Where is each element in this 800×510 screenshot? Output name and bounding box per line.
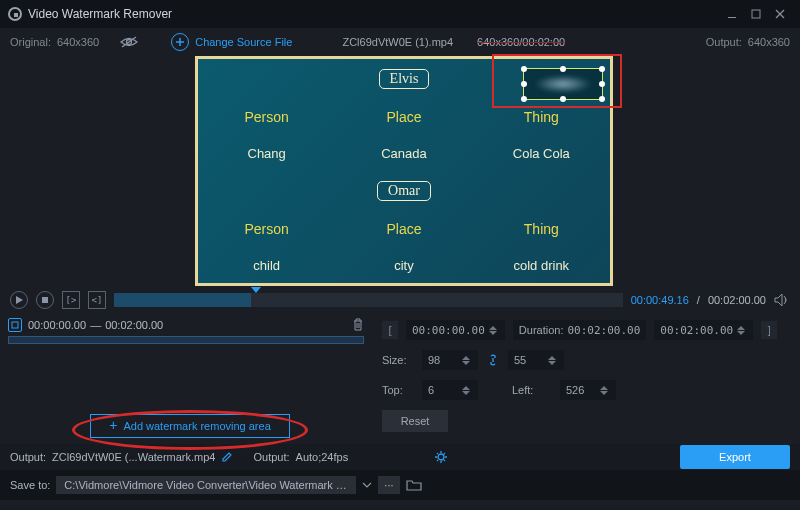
add-watermark-area-button[interactable]: + Add watermark removing area bbox=[90, 414, 290, 438]
maximize-button[interactable] bbox=[744, 0, 768, 28]
segments-panel: 00:00:00.00 — 00:02:00.00 + Add watermar… bbox=[0, 314, 372, 444]
range-start-bracket-icon[interactable]: [ bbox=[382, 321, 398, 339]
col-person-2: Person bbox=[222, 221, 312, 237]
l-up[interactable] bbox=[600, 386, 608, 390]
save-bar: Save to: C:\Vidmore\Vidmore Video Conver… bbox=[0, 470, 800, 500]
top-input[interactable]: 6 bbox=[422, 380, 478, 400]
delete-segment-icon[interactable] bbox=[352, 318, 364, 332]
col-person: Person bbox=[222, 109, 312, 125]
output-file: ZCl69dVtW0E (...Watermark.mp4 bbox=[52, 451, 215, 463]
plus-circle-icon[interactable] bbox=[171, 33, 189, 51]
volume-icon[interactable] bbox=[774, 293, 790, 307]
export-button[interactable]: Export bbox=[680, 445, 790, 469]
row2-thing: cold drink bbox=[496, 258, 586, 273]
end-up[interactable] bbox=[737, 326, 745, 330]
edit-output-icon[interactable] bbox=[221, 451, 233, 463]
titlebar: Video Watermark Remover bbox=[0, 0, 800, 28]
end-time-input[interactable]: 00:02:00.00 bbox=[654, 320, 753, 340]
change-source-link[interactable]: Change Source File bbox=[195, 36, 292, 48]
start-dn[interactable] bbox=[489, 331, 497, 335]
duration-input[interactable]: Duration: 00:02:00.00 bbox=[513, 320, 647, 340]
segment-end: 00:02:00.00 bbox=[105, 319, 163, 331]
l-dn[interactable] bbox=[600, 391, 608, 395]
svg-marker-8 bbox=[16, 296, 23, 304]
top-label: Top: bbox=[382, 384, 414, 396]
w-up[interactable] bbox=[462, 356, 470, 360]
open-folder-icon[interactable] bbox=[406, 479, 422, 491]
close-button[interactable] bbox=[768, 0, 792, 28]
end-dn[interactable] bbox=[737, 331, 745, 335]
col-place-2: Place bbox=[359, 221, 449, 237]
output-label: Output: bbox=[706, 36, 742, 48]
svg-point-12 bbox=[438, 454, 444, 460]
chevron-down-icon[interactable] bbox=[362, 480, 372, 490]
properties-panel: [ 00:00:00.00 Duration: 00:02:00.00 00:0… bbox=[372, 314, 800, 444]
t-dn[interactable] bbox=[462, 391, 470, 395]
original-resolution: 640x360 bbox=[57, 36, 99, 48]
output-file-label: Output: bbox=[10, 451, 46, 463]
left-label: Left: bbox=[512, 384, 552, 396]
size-label: Size: bbox=[382, 354, 414, 366]
svg-rect-0 bbox=[728, 17, 736, 18]
save-path: C:\Vidmore\Vidmore Video Converter\Video… bbox=[56, 476, 356, 494]
left-input[interactable]: 526 bbox=[560, 380, 616, 400]
current-time: 00:00:49.16 bbox=[631, 294, 689, 306]
output-settings-icon[interactable] bbox=[434, 450, 448, 464]
browse-path-button[interactable]: ··· bbox=[378, 476, 399, 494]
visibility-toggle-icon[interactable] bbox=[117, 34, 141, 50]
timeline-track[interactable] bbox=[114, 293, 623, 307]
start-up[interactable] bbox=[489, 326, 497, 330]
segment-row: 00:00:00.00 — 00:02:00.00 bbox=[8, 318, 364, 332]
link-aspect-icon[interactable] bbox=[486, 353, 500, 367]
w-dn[interactable] bbox=[462, 361, 470, 365]
svg-rect-1 bbox=[752, 10, 760, 18]
preview-name2: Omar bbox=[377, 181, 431, 201]
size-width-input[interactable]: 98 bbox=[422, 350, 478, 370]
preview-resolution-strike: 640x360/00:02:00 bbox=[477, 36, 565, 48]
preview-name1: Elvis bbox=[379, 69, 430, 89]
set-start-button[interactable]: [> bbox=[62, 291, 80, 309]
playback-bar: [> <] 00:00:49.16/00:02:00.00 bbox=[0, 286, 800, 314]
size-height-input[interactable]: 55 bbox=[508, 350, 564, 370]
app-title: Video Watermark Remover bbox=[28, 7, 172, 21]
segment-icon[interactable] bbox=[8, 318, 22, 332]
timeline-progress bbox=[114, 293, 251, 307]
row2-person: child bbox=[222, 258, 312, 273]
h-up[interactable] bbox=[548, 356, 556, 360]
source-filename: ZCl69dVtW0E (1).mp4 bbox=[342, 36, 453, 48]
start-time-input[interactable]: 00:00:00.00 bbox=[406, 320, 505, 340]
row1-thing: Cola Cola bbox=[496, 146, 586, 161]
stop-button[interactable] bbox=[36, 291, 54, 309]
play-button[interactable] bbox=[10, 291, 28, 309]
col-place: Place bbox=[359, 109, 449, 125]
reset-button[interactable]: Reset bbox=[382, 410, 448, 432]
add-watermark-area-label: Add watermark removing area bbox=[123, 420, 270, 432]
total-time: 00:02:00.00 bbox=[708, 294, 766, 306]
duration-label: Duration: bbox=[519, 324, 564, 336]
h-dn[interactable] bbox=[548, 361, 556, 365]
output-format-label: Output: bbox=[253, 451, 289, 463]
highlight-red-box bbox=[492, 54, 622, 108]
timeline-playhead-icon[interactable] bbox=[251, 287, 261, 293]
output-resolution: 640x360 bbox=[748, 36, 790, 48]
svg-marker-10 bbox=[775, 294, 782, 306]
info-bar: Original: 640x360 Change Source File ZCl… bbox=[0, 28, 800, 56]
row1-person: Chang bbox=[222, 146, 312, 161]
minimize-button[interactable] bbox=[720, 0, 744, 28]
t-up[interactable] bbox=[462, 386, 470, 390]
save-to-label: Save to: bbox=[10, 479, 50, 491]
segment-track[interactable] bbox=[8, 336, 364, 344]
video-preview[interactable]: Elvis Person Place Thing Chang Canada Co… bbox=[195, 56, 613, 286]
col-thing-2: Thing bbox=[496, 221, 586, 237]
row1-place: Canada bbox=[359, 146, 449, 161]
plus-icon: + bbox=[109, 417, 117, 433]
original-label: Original: bbox=[10, 36, 51, 48]
range-end-bracket-icon[interactable]: ] bbox=[761, 321, 777, 339]
col-thing: Thing bbox=[496, 109, 586, 125]
row2-place: city bbox=[359, 258, 449, 273]
output-format-value: Auto;24fps bbox=[296, 451, 349, 463]
set-end-button[interactable]: <] bbox=[88, 291, 106, 309]
output-bar: Output: ZCl69dVtW0E (...Watermark.mp4 Ou… bbox=[0, 444, 800, 470]
segment-start: 00:00:00.00 bbox=[28, 319, 86, 331]
svg-rect-9 bbox=[42, 297, 48, 303]
